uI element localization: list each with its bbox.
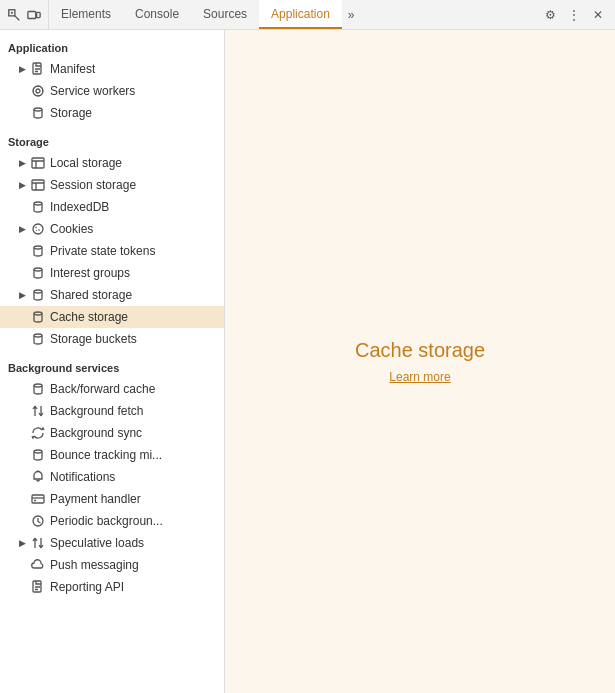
cylinder-icon2	[30, 199, 46, 215]
learn-more-link[interactable]: Learn more	[389, 370, 450, 384]
sidebar-item-background-sync[interactable]: ▶ Background sync	[0, 422, 224, 444]
sidebar-item-storage-buckets[interactable]: ▶ Storage buckets	[0, 328, 224, 350]
arrows-updown-icon	[30, 403, 46, 419]
bounce-tracking-label: Bounce tracking mi...	[50, 448, 162, 462]
storage-buckets-label: Storage buckets	[50, 332, 137, 346]
sidebar-item-interest-groups[interactable]: ▶ Interest groups	[0, 262, 224, 284]
bell-icon	[30, 469, 46, 485]
service-workers-icon	[30, 83, 46, 99]
expand-icon: ▶	[16, 537, 28, 549]
indexeddb-label: IndexedDB	[50, 200, 109, 214]
cylinder-icon4	[30, 265, 46, 281]
sidebar-item-background-fetch[interactable]: ▶ Background fetch	[0, 400, 224, 422]
sidebar-item-session-storage[interactable]: ▶ Session storage	[0, 174, 224, 196]
sidebar: Application ▶ Manifest ▶ Serv	[0, 30, 225, 693]
service-workers-label: Service workers	[50, 84, 135, 98]
tab-overflow[interactable]: »	[342, 8, 361, 22]
expand-icon: ▶	[16, 157, 28, 169]
sidebar-item-cache-storage[interactable]: ▶ Cache storage	[0, 306, 224, 328]
cylinder-icon3	[30, 243, 46, 259]
sidebar-item-indexeddb[interactable]: ▶ IndexedDB	[0, 196, 224, 218]
shared-storage-label: Shared storage	[50, 288, 132, 302]
svg-point-1	[11, 12, 12, 13]
session-storage-label: Session storage	[50, 178, 136, 192]
push-messaging-label: Push messaging	[50, 558, 139, 572]
expand-icon: ▶	[16, 63, 28, 75]
card-icon	[30, 491, 46, 507]
sidebar-item-shared-storage[interactable]: ▶ Shared storage	[0, 284, 224, 306]
speculative-loads-label: Speculative loads	[50, 536, 144, 550]
svg-rect-8	[32, 158, 44, 168]
sidebar-item-reporting-api[interactable]: ▶ Reporting API	[0, 576, 224, 598]
inspect-icon[interactable]	[6, 7, 22, 23]
sidebar-item-private-state-tokens[interactable]: ▶ Private state tokens	[0, 240, 224, 262]
notifications-label: Notifications	[50, 470, 115, 484]
file-icon2	[30, 579, 46, 595]
settings-icon[interactable]: ⚙	[539, 4, 561, 26]
sidebar-item-cookies[interactable]: ▶ Cookies	[0, 218, 224, 240]
svg-point-10	[34, 202, 42, 205]
table-icon	[30, 155, 46, 171]
section-header-bg-services: Background services	[0, 354, 224, 378]
svg-point-14	[36, 230, 37, 231]
back-forward-cache-label: Back/forward cache	[50, 382, 155, 396]
svg-point-12	[35, 227, 37, 229]
svg-rect-2	[28, 11, 36, 18]
svg-point-17	[34, 290, 42, 293]
device-icon[interactable]	[26, 7, 42, 23]
tab-list: Elements Console Sources Application »	[49, 0, 533, 29]
cylinder-icon	[30, 105, 46, 121]
cylinder-icon6	[30, 309, 46, 325]
sidebar-item-back-forward-cache[interactable]: ▶ Back/forward cache	[0, 378, 224, 400]
storage-app-label: Storage	[50, 106, 92, 120]
svg-point-6	[36, 89, 40, 93]
content-title: Cache storage	[355, 339, 485, 362]
sidebar-item-manifest[interactable]: ▶ Manifest	[0, 58, 224, 80]
section-header-storage: Storage	[0, 128, 224, 152]
tab-elements[interactable]: Elements	[49, 0, 123, 29]
expand-icon: ▶	[16, 289, 28, 301]
section-header-application: Application	[0, 34, 224, 58]
cloud-icon	[30, 557, 46, 573]
tab-sources[interactable]: Sources	[191, 0, 259, 29]
sidebar-item-payment-handler[interactable]: ▶ Payment handler	[0, 488, 224, 510]
cylinder-icon8	[30, 381, 46, 397]
sidebar-item-periodic-background[interactable]: ▶ Periodic backgroun...	[0, 510, 224, 532]
svg-point-19	[34, 334, 42, 337]
sidebar-item-notifications[interactable]: ▶ Notifications	[0, 466, 224, 488]
reporting-api-label: Reporting API	[50, 580, 124, 594]
svg-point-20	[34, 384, 42, 387]
svg-rect-3	[37, 12, 41, 17]
svg-rect-23	[32, 495, 44, 503]
payment-handler-label: Payment handler	[50, 492, 141, 506]
svg-point-5	[33, 86, 43, 96]
background-fetch-label: Background fetch	[50, 404, 143, 418]
table-icon2	[30, 177, 46, 193]
content-panel: Cache storage Learn more	[225, 30, 615, 693]
close-icon[interactable]: ✕	[587, 4, 609, 26]
sidebar-item-speculative-loads[interactable]: ▶ Speculative loads	[0, 532, 224, 554]
private-state-tokens-label: Private state tokens	[50, 244, 155, 258]
manifest-label: Manifest	[50, 62, 95, 76]
arrows-icon2	[30, 535, 46, 551]
svg-rect-9	[32, 180, 44, 190]
clock-icon	[30, 513, 46, 529]
svg-point-11	[33, 224, 43, 234]
file-icon	[30, 61, 46, 77]
expand-icon: ▶	[16, 223, 28, 235]
interest-groups-label: Interest groups	[50, 266, 130, 280]
svg-point-7	[34, 108, 42, 111]
sidebar-item-push-messaging[interactable]: ▶ Push messaging	[0, 554, 224, 576]
more-menu-icon[interactable]: ⋮	[563, 4, 585, 26]
svg-point-16	[34, 268, 42, 271]
tab-console[interactable]: Console	[123, 0, 191, 29]
tab-application[interactable]: Application	[259, 0, 342, 29]
background-sync-label: Background sync	[50, 426, 142, 440]
sidebar-item-service-workers[interactable]: ▶ Service workers	[0, 80, 224, 102]
sidebar-item-local-storage[interactable]: ▶ Local storage	[0, 152, 224, 174]
cache-storage-label: Cache storage	[50, 310, 128, 324]
svg-point-21	[34, 450, 42, 453]
expand-icon: ▶	[16, 179, 28, 191]
sidebar-item-bounce-tracking[interactable]: ▶ Bounce tracking mi...	[0, 444, 224, 466]
sidebar-item-storage-app[interactable]: ▶ Storage	[0, 102, 224, 124]
